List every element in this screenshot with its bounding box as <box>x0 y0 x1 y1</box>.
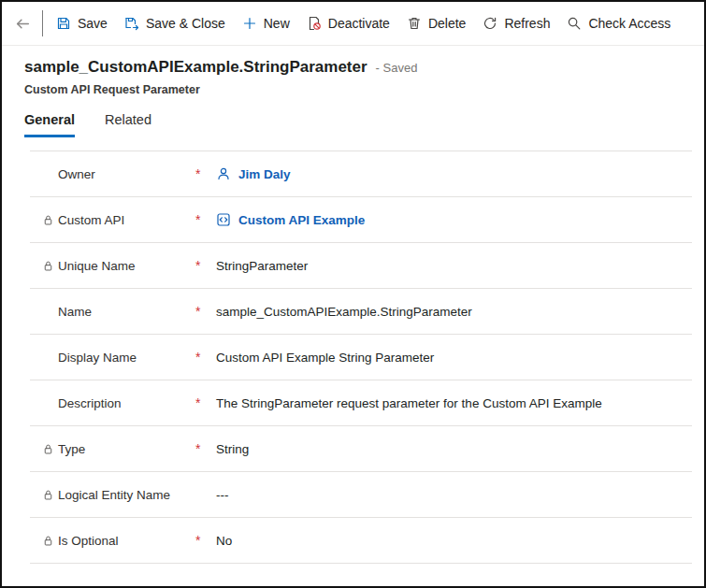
field-label: Logical Entity Name <box>58 488 192 502</box>
tab-general[interactable]: General <box>24 112 75 137</box>
delete-button[interactable]: Delete <box>398 2 474 45</box>
person-icon <box>216 166 231 181</box>
field-value-custom-api: Custom API Example <box>216 212 365 227</box>
field-value-type: String <box>216 442 249 456</box>
form-row-owner: Owner * Jim Daly <box>30 151 692 197</box>
field-label: Description <box>58 396 192 410</box>
custom-api-icon <box>216 212 231 227</box>
trash-icon <box>407 16 422 31</box>
required-marker: * <box>192 533 216 548</box>
lock-icon <box>42 535 58 547</box>
field-label: Is Optional <box>58 534 192 548</box>
field-label: Display Name <box>58 351 192 365</box>
field-value-display-name[interactable]: Custom API Example String Parameter <box>216 351 434 365</box>
form-row-description: Description * The StringParameter reques… <box>30 380 692 426</box>
form-row-logical-entity-name: Logical Entity Name --- <box>30 472 692 518</box>
form-row-is-optional: Is Optional * No <box>30 518 692 564</box>
new-label: New <box>264 16 290 31</box>
save-and-close-button[interactable]: Save & Close <box>116 2 234 45</box>
field-label: Unique Name <box>58 259 192 273</box>
save-label: Save <box>78 16 108 31</box>
form-row-type: Type * String <box>30 426 692 472</box>
required-marker: * <box>192 395 216 410</box>
required-marker: * <box>192 350 216 365</box>
field-value-name[interactable]: sample_CustomAPIExample.StringParameter <box>216 305 472 319</box>
back-arrow-icon <box>15 16 31 32</box>
save-button[interactable]: Save <box>48 2 116 45</box>
plus-icon <box>242 16 257 31</box>
field-value-logical-entity-name: --- <box>216 488 229 502</box>
save-close-icon <box>124 16 139 31</box>
lock-icon <box>42 214 58 226</box>
deactivate-button[interactable]: Deactivate <box>298 2 398 45</box>
form-row-name: Name * sample_CustomAPIExample.StringPar… <box>30 289 692 335</box>
required-marker: * <box>192 304 216 319</box>
save-status: - Saved <box>376 61 418 75</box>
owner-link[interactable]: Jim Daly <box>238 167 291 181</box>
required-marker: * <box>192 258 216 273</box>
save-and-close-label: Save & Close <box>146 16 225 31</box>
field-value-is-optional: No <box>216 534 232 548</box>
check-access-button[interactable]: Check Access <box>558 2 679 45</box>
field-value-unique-name: StringParameter <box>216 259 308 273</box>
lock-icon <box>42 443 58 455</box>
check-access-label: Check Access <box>588 16 670 31</box>
refresh-button[interactable]: Refresh <box>474 2 558 45</box>
entity-type-label: Custom API Request Parameter <box>24 83 682 96</box>
check-access-icon <box>567 16 582 31</box>
tab-related[interactable]: Related <box>105 112 151 137</box>
command-bar: Save Save & Close New Deactivate Delete <box>2 2 704 46</box>
required-marker: * <box>192 166 216 181</box>
record-header: sample_CustomAPIExample.StringParameter … <box>2 46 704 96</box>
new-button[interactable]: New <box>234 2 298 45</box>
required-marker: * <box>192 212 216 227</box>
back-button[interactable] <box>7 7 37 39</box>
form-row-display-name: Display Name * Custom API Example String… <box>30 335 692 380</box>
lock-icon <box>42 260 58 272</box>
field-value-description[interactable]: The StringParameter request parameter fo… <box>216 396 602 410</box>
refresh-label: Refresh <box>504 16 550 31</box>
app-window: Save Save & Close New Deactivate Delete <box>0 0 706 588</box>
form-row-unique-name: Unique Name * StringParameter <box>30 243 692 289</box>
field-label: Type <box>58 442 192 456</box>
field-label: Name <box>58 305 192 319</box>
record-form: Owner * Jim Daly Custom API * Custom API… <box>30 151 692 564</box>
record-title: sample_CustomAPIExample.StringParameter <box>24 58 367 77</box>
tab-bar: General Related <box>2 112 704 137</box>
toolbar-divider <box>42 10 43 36</box>
required-marker: * <box>192 441 216 456</box>
field-label: Owner <box>58 167 192 181</box>
refresh-icon <box>483 16 497 31</box>
lock-icon <box>42 489 58 501</box>
delete-label: Delete <box>428 16 466 31</box>
field-label: Custom API <box>58 213 192 227</box>
custom-api-link[interactable]: Custom API Example <box>238 213 365 227</box>
deactivate-icon <box>307 16 322 31</box>
deactivate-label: Deactivate <box>328 16 390 31</box>
form-row-custom-api: Custom API * Custom API Example <box>30 197 692 243</box>
save-icon <box>56 16 71 31</box>
field-value-owner[interactable]: Jim Daly <box>216 166 291 181</box>
